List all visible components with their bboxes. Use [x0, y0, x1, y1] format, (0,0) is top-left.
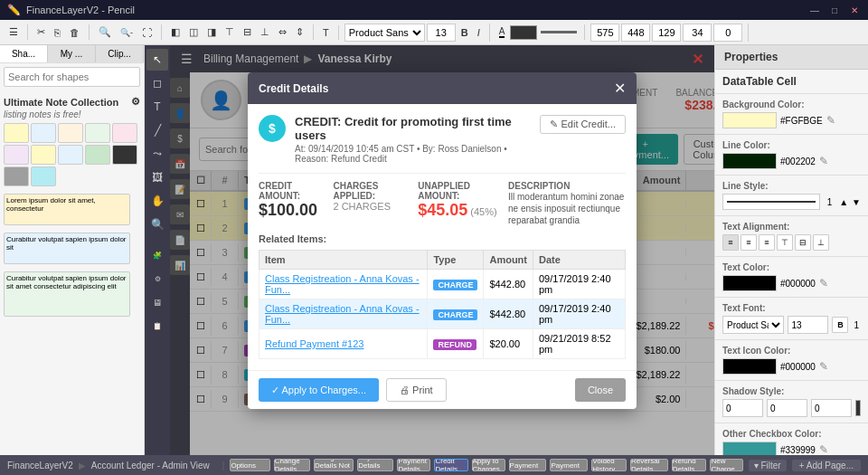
- tab-clip[interactable]: Clip...: [96, 45, 144, 62]
- page-thumb-5[interactable]: Credit Details: [434, 459, 467, 471]
- close-btn[interactable]: ✕: [848, 4, 861, 16]
- line-color-swatch[interactable]: [722, 153, 777, 169]
- page-thumb-4[interactable]: Payment Details: [397, 459, 430, 471]
- bold-btn[interactable]: B: [458, 25, 472, 40]
- shape-note-item[interactable]: Curabitur volutpat sapien ipsum dolor si…: [4, 233, 130, 264]
- other-cb-edit-icon[interactable]: ✎: [819, 443, 828, 455]
- minimize-btn[interactable]: —: [808, 4, 821, 16]
- align-left-btn[interactable]: ≡: [722, 234, 739, 251]
- line-color-edit-icon[interactable]: ✎: [819, 155, 828, 167]
- align-center-btn[interactable]: ≡: [741, 234, 757, 251]
- shape-item[interactable]: [58, 123, 83, 143]
- maximize-btn[interactable]: □: [828, 4, 841, 16]
- shape-item[interactable]: [85, 123, 110, 143]
- page-thumb-0[interactable]: Filter Options and Actions: [230, 459, 269, 471]
- font-select[interactable]: Product Sans: [344, 24, 425, 42]
- zoom-in-btn[interactable]: 🔍: [95, 24, 115, 40]
- shape-item[interactable]: [4, 166, 29, 186]
- shape-item[interactable]: [4, 123, 29, 143]
- distribute-h-btn[interactable]: ⇔: [275, 24, 290, 40]
- align-middle-btn[interactable]: ⊟: [795, 234, 811, 251]
- y-input[interactable]: [683, 24, 712, 42]
- shape-item[interactable]: [31, 145, 56, 165]
- page-thumb-6[interactable]: Apply to Charges: [472, 459, 505, 471]
- shape-note-item[interactable]: Curabitur volutpat sapien ipsum dolor si…: [4, 271, 130, 317]
- cut-btn[interactable]: ✂: [33, 24, 49, 40]
- sidebar-component-icon[interactable]: 🧩: [146, 244, 168, 266]
- page-thumb-8[interactable]: Refund Payment Popup: [550, 459, 588, 471]
- page-thumb-7[interactable]: Refund Payment Full: [509, 459, 547, 471]
- line-color-swatch[interactable]: [510, 25, 537, 40]
- bg-color-edit-icon[interactable]: ✎: [826, 114, 835, 127]
- text-color-swatch[interactable]: [722, 275, 777, 291]
- page-thumb-2[interactable]: Charge Details Not applied: [314, 459, 354, 471]
- text-color-btn[interactable]: A: [495, 24, 509, 40]
- copy-btn[interactable]: ⎘: [51, 25, 64, 40]
- align-bottom-btn[interactable]: ⊥: [257, 24, 273, 40]
- shape-note-item[interactable]: Lorem ipsum dolor sit amet, consectetur: [4, 194, 130, 225]
- sidebar-pan-icon[interactable]: ✋: [146, 190, 168, 212]
- sidebar-pointer-icon[interactable]: ↖: [146, 49, 168, 71]
- zoom-out-btn[interactable]: 🔍-: [117, 26, 137, 39]
- align-bottom-btn[interactable]: ⊥: [813, 234, 829, 251]
- align-top-btn[interactable]: ⊤: [222, 24, 238, 40]
- sidebar-shapes-icon[interactable]: ◻: [146, 72, 168, 94]
- text-font-select[interactable]: Product Sa...: [722, 316, 784, 334]
- collection-settings-icon[interactable]: ⚙: [131, 96, 140, 108]
- edit-credit-button[interactable]: ✎ Edit Credit...: [540, 115, 626, 134]
- italic-btn[interactable]: I: [474, 25, 484, 40]
- print-button[interactable]: 🖨 Print: [386, 378, 447, 402]
- filter-button[interactable]: ▾ Filter: [749, 460, 787, 471]
- align-right-btn[interactable]: ≡: [759, 234, 775, 251]
- text-color-edit-icon[interactable]: ✎: [819, 277, 828, 290]
- shape-item[interactable]: [31, 166, 56, 186]
- shadow-y-input[interactable]: [767, 399, 807, 417]
- bg-color-swatch[interactable]: [722, 112, 777, 128]
- sidebar-zoom-icon[interactable]: 🔍: [146, 214, 168, 235]
- text-font-size-input[interactable]: [788, 316, 828, 334]
- height-input[interactable]: [621, 24, 650, 42]
- align-left-btn[interactable]: ◧: [167, 24, 184, 40]
- menu-btn[interactable]: ☰: [5, 24, 22, 40]
- shadow-x-input[interactable]: [722, 399, 763, 417]
- shape-item[interactable]: [112, 123, 137, 143]
- delete-btn[interactable]: 🗑: [66, 25, 83, 40]
- fit-btn[interactable]: ⛶: [138, 25, 156, 40]
- font-size-input[interactable]: [427, 24, 456, 42]
- shape-item[interactable]: [4, 145, 29, 165]
- shadow-color-swatch[interactable]: [855, 400, 861, 416]
- sidebar-widget-icon[interactable]: ⚙: [146, 268, 168, 290]
- text-icon-color-swatch[interactable]: [722, 358, 777, 375]
- related-item-link[interactable]: Class Registreation - Anna Kovas - Fun..…: [265, 303, 420, 325]
- sidebar-line-icon[interactable]: ╱: [146, 119, 168, 141]
- apply-to-charges-button[interactable]: ✓ Apply to Charges...: [259, 378, 379, 402]
- shape-item[interactable]: [85, 145, 110, 165]
- sidebar-desktop-icon[interactable]: 🖥: [146, 291, 168, 313]
- distribute-v-btn[interactable]: ⇕: [292, 24, 307, 40]
- sidebar-connector-icon[interactable]: ⤳: [146, 143, 168, 165]
- page-thumb-12[interactable]: New Charge: [710, 459, 742, 471]
- z-input[interactable]: [713, 24, 742, 42]
- close-modal-button[interactable]: Close: [575, 378, 626, 402]
- shape-item[interactable]: [112, 145, 137, 165]
- line-style-up-icon[interactable]: ▲: [839, 197, 848, 207]
- sidebar-entity-icon[interactable]: 📋: [146, 315, 168, 337]
- sidebar-image-icon[interactable]: 🖼: [146, 166, 168, 188]
- modal-close-icon[interactable]: ✕: [614, 80, 626, 97]
- add-page-button[interactable]: + Add Page...: [792, 460, 861, 471]
- text-btn[interactable]: T: [319, 25, 333, 40]
- text-bold-btn[interactable]: B: [832, 317, 848, 333]
- text-icon-edit-icon[interactable]: ✎: [819, 360, 828, 373]
- line-style-preview[interactable]: [722, 194, 820, 210]
- line-style-down-icon[interactable]: ▼: [852, 197, 861, 207]
- tab-my[interactable]: My ...: [48, 45, 96, 62]
- shape-item[interactable]: [31, 123, 56, 143]
- x-input[interactable]: [652, 24, 681, 42]
- page-thumb-11[interactable]: Refund Details: [672, 459, 707, 471]
- width-input[interactable]: [590, 24, 619, 42]
- align-top-btn[interactable]: ⊤: [777, 234, 793, 251]
- align-middle-btn[interactable]: ⊟: [240, 24, 255, 40]
- shapes-search-input[interactable]: [4, 67, 140, 87]
- shadow-blur-input[interactable]: [811, 399, 852, 417]
- tab-shapes[interactable]: Sha...: [0, 45, 48, 62]
